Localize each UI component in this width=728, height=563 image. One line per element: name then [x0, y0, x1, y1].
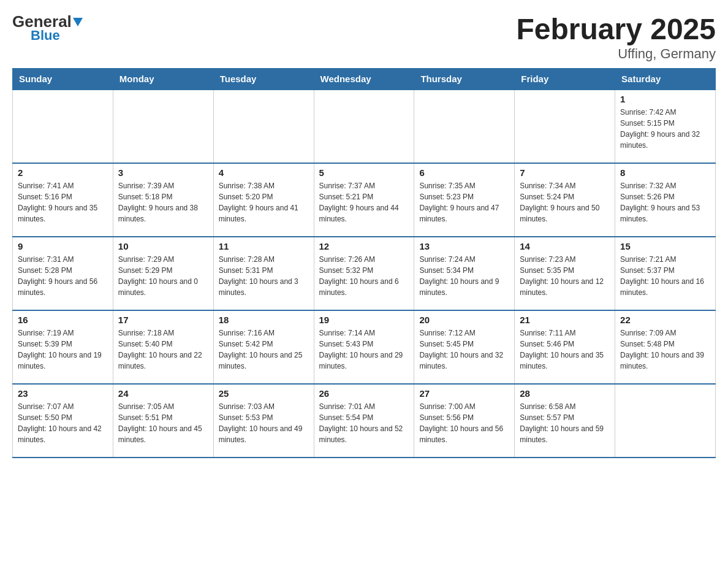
day-info: Sunrise: 7:16 AMSunset: 5:42 PMDaylight:… — [219, 327, 309, 372]
day-info: Sunrise: 7:24 AMSunset: 5:34 PMDaylight:… — [419, 254, 509, 298]
logo-blue-text: Blue — [31, 28, 60, 44]
day-number: 10 — [118, 241, 208, 251]
day-number: 25 — [219, 388, 309, 399]
day-info: Sunrise: 7:28 AMSunset: 5:31 PMDaylight:… — [219, 254, 309, 298]
day-info: Sunrise: 7:35 AMSunset: 5:23 PMDaylight:… — [419, 180, 509, 224]
day-number: 15 — [620, 241, 710, 251]
day-number: 23 — [18, 388, 108, 399]
table-row — [13, 90, 113, 163]
table-row: 6Sunrise: 7:35 AMSunset: 5:23 PMDaylight… — [414, 163, 515, 237]
day-number: 16 — [18, 315, 108, 325]
day-number: 3 — [118, 167, 208, 178]
day-number: 12 — [319, 241, 409, 251]
title-block: February 2025 Uffing, Germany — [516, 12, 716, 62]
day-number: 11 — [219, 241, 309, 251]
day-info: Sunrise: 7:19 AMSunset: 5:39 PMDaylight:… — [18, 327, 108, 372]
day-info: Sunrise: 7:39 AMSunset: 5:18 PMDaylight:… — [118, 180, 208, 224]
table-row: 12Sunrise: 7:26 AMSunset: 5:32 PMDayligh… — [314, 237, 414, 310]
table-row: 21Sunrise: 7:11 AMSunset: 5:46 PMDayligh… — [515, 310, 615, 384]
table-row: 20Sunrise: 7:12 AMSunset: 5:45 PMDayligh… — [414, 310, 515, 384]
day-number: 18 — [219, 315, 309, 325]
day-info: Sunrise: 7:07 AMSunset: 5:50 PMDaylight:… — [18, 401, 108, 445]
table-row: 27Sunrise: 7:00 AMSunset: 5:56 PMDayligh… — [414, 384, 515, 458]
table-row: 24Sunrise: 7:05 AMSunset: 5:51 PMDayligh… — [113, 384, 213, 458]
page-header: General Blue February 2025 Uffing, Germa… — [12, 12, 716, 62]
day-number: 4 — [219, 167, 309, 178]
day-info: Sunrise: 7:41 AMSunset: 5:16 PMDaylight:… — [18, 180, 108, 224]
table-row: 26Sunrise: 7:01 AMSunset: 5:54 PMDayligh… — [314, 384, 414, 458]
table-row: 5Sunrise: 7:37 AMSunset: 5:21 PMDaylight… — [314, 163, 414, 237]
logo: General Blue — [12, 12, 83, 44]
day-info: Sunrise: 7:31 AMSunset: 5:28 PMDaylight:… — [18, 254, 108, 298]
table-row — [113, 90, 213, 163]
day-info: Sunrise: 7:21 AMSunset: 5:37 PMDaylight:… — [620, 254, 710, 298]
table-row — [414, 90, 515, 163]
day-number: 2 — [18, 167, 108, 178]
day-number: 22 — [620, 315, 710, 325]
calendar-week-row: 23Sunrise: 7:07 AMSunset: 5:50 PMDayligh… — [13, 384, 716, 458]
col-friday: Friday — [515, 69, 615, 90]
table-row: 17Sunrise: 7:18 AMSunset: 5:40 PMDayligh… — [113, 310, 213, 384]
table-row: 25Sunrise: 7:03 AMSunset: 5:53 PMDayligh… — [213, 384, 314, 458]
day-info: Sunrise: 7:03 AMSunset: 5:53 PMDaylight:… — [219, 401, 309, 445]
day-info: Sunrise: 7:18 AMSunset: 5:40 PMDaylight:… — [118, 327, 208, 372]
day-number: 7 — [520, 167, 610, 178]
day-info: Sunrise: 7:12 AMSunset: 5:45 PMDaylight:… — [419, 327, 509, 372]
table-row: 11Sunrise: 7:28 AMSunset: 5:31 PMDayligh… — [213, 237, 314, 310]
table-row — [515, 90, 615, 163]
day-info: Sunrise: 6:58 AMSunset: 5:57 PMDaylight:… — [520, 401, 610, 445]
table-row: 10Sunrise: 7:29 AMSunset: 5:29 PMDayligh… — [113, 237, 213, 310]
col-saturday: Saturday — [615, 69, 716, 90]
logo-triangle-icon — [73, 18, 83, 26]
table-row: 15Sunrise: 7:21 AMSunset: 5:37 PMDayligh… — [615, 237, 716, 310]
table-row: 8Sunrise: 7:32 AMSunset: 5:26 PMDaylight… — [615, 163, 716, 237]
table-row: 13Sunrise: 7:24 AMSunset: 5:34 PMDayligh… — [414, 237, 515, 310]
day-info: Sunrise: 7:05 AMSunset: 5:51 PMDaylight:… — [118, 401, 208, 445]
day-info: Sunrise: 7:26 AMSunset: 5:32 PMDaylight:… — [319, 254, 409, 298]
table-row: 1Sunrise: 7:42 AMSunset: 5:15 PMDaylight… — [615, 90, 716, 163]
day-info: Sunrise: 7:37 AMSunset: 5:21 PMDaylight:… — [319, 180, 409, 224]
day-number: 21 — [520, 315, 610, 325]
table-row: 28Sunrise: 6:58 AMSunset: 5:57 PMDayligh… — [515, 384, 615, 458]
table-row: 2Sunrise: 7:41 AMSunset: 5:16 PMDaylight… — [13, 163, 113, 237]
table-row: 18Sunrise: 7:16 AMSunset: 5:42 PMDayligh… — [213, 310, 314, 384]
day-number: 1 — [620, 94, 710, 104]
col-thursday: Thursday — [414, 69, 515, 90]
day-number: 13 — [419, 241, 509, 251]
day-info: Sunrise: 7:00 AMSunset: 5:56 PMDaylight:… — [419, 401, 509, 445]
col-monday: Monday — [113, 69, 213, 90]
day-number: 26 — [319, 388, 409, 399]
day-info: Sunrise: 7:42 AMSunset: 5:15 PMDaylight:… — [620, 107, 710, 151]
day-info: Sunrise: 7:14 AMSunset: 5:43 PMDaylight:… — [319, 327, 409, 372]
day-info: Sunrise: 7:09 AMSunset: 5:48 PMDaylight:… — [620, 327, 710, 372]
calendar-header-row: Sunday Monday Tuesday Wednesday Thursday… — [13, 69, 716, 90]
calendar-week-row: 2Sunrise: 7:41 AMSunset: 5:16 PMDaylight… — [13, 163, 716, 237]
table-row: 4Sunrise: 7:38 AMSunset: 5:20 PMDaylight… — [213, 163, 314, 237]
col-wednesday: Wednesday — [314, 69, 414, 90]
day-info: Sunrise: 7:11 AMSunset: 5:46 PMDaylight:… — [520, 327, 610, 372]
calendar-week-row: 9Sunrise: 7:31 AMSunset: 5:28 PMDaylight… — [13, 237, 716, 310]
day-info: Sunrise: 7:29 AMSunset: 5:29 PMDaylight:… — [118, 254, 208, 298]
calendar-week-row: 16Sunrise: 7:19 AMSunset: 5:39 PMDayligh… — [13, 310, 716, 384]
day-number: 8 — [620, 167, 710, 178]
table-row: 23Sunrise: 7:07 AMSunset: 5:50 PMDayligh… — [13, 384, 113, 458]
day-info: Sunrise: 7:38 AMSunset: 5:20 PMDaylight:… — [219, 180, 309, 224]
col-sunday: Sunday — [13, 69, 113, 90]
day-number: 14 — [520, 241, 610, 251]
table-row: 19Sunrise: 7:14 AMSunset: 5:43 PMDayligh… — [314, 310, 414, 384]
day-number: 20 — [419, 315, 509, 325]
table-row: 3Sunrise: 7:39 AMSunset: 5:18 PMDaylight… — [113, 163, 213, 237]
table-row — [615, 384, 716, 458]
day-info: Sunrise: 7:01 AMSunset: 5:54 PMDaylight:… — [319, 401, 409, 445]
calendar-week-row: 1Sunrise: 7:42 AMSunset: 5:15 PMDaylight… — [13, 90, 716, 163]
day-number: 5 — [319, 167, 409, 178]
day-number: 6 — [419, 167, 509, 178]
table-row: 16Sunrise: 7:19 AMSunset: 5:39 PMDayligh… — [13, 310, 113, 384]
table-row — [213, 90, 314, 163]
day-info: Sunrise: 7:23 AMSunset: 5:35 PMDaylight:… — [520, 254, 610, 298]
table-row — [314, 90, 414, 163]
day-number: 19 — [319, 315, 409, 325]
table-row: 9Sunrise: 7:31 AMSunset: 5:28 PMDaylight… — [13, 237, 113, 310]
day-number: 24 — [118, 388, 208, 399]
day-number: 9 — [18, 241, 108, 251]
